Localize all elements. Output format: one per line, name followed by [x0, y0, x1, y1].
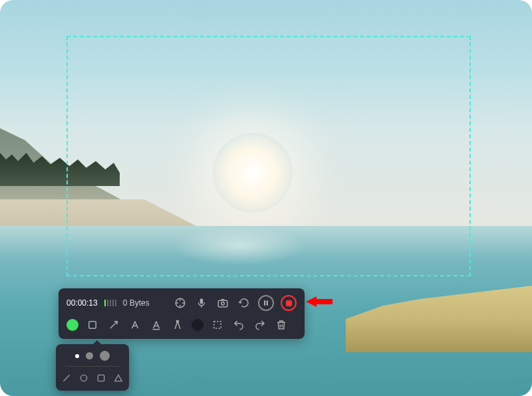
callout-arrow-icon	[306, 296, 332, 307]
highlighter-tool-button[interactable]	[149, 318, 164, 332]
shape-square-button[interactable]	[96, 372, 106, 384]
shape-line-button[interactable]	[61, 372, 72, 384]
svg-rect-10	[98, 375, 104, 381]
svg-rect-1	[200, 298, 203, 304]
delete-button[interactable]	[274, 318, 289, 332]
stroke-options-popup	[56, 344, 129, 391]
stroke-size-small[interactable]	[75, 354, 79, 358]
undo-button[interactable]	[231, 318, 246, 332]
svg-point-9	[80, 375, 86, 381]
svg-rect-8	[214, 322, 221, 329]
microphone-button[interactable]	[194, 296, 209, 310]
cursor-highlight-button[interactable]	[173, 296, 188, 310]
redo-button[interactable]	[253, 318, 267, 332]
file-size-display: 0 Bytes	[123, 298, 150, 308]
svg-rect-5	[267, 300, 268, 306]
capture-selection[interactable]	[66, 36, 471, 276]
svg-rect-6	[89, 322, 96, 329]
dark-color-button[interactable]	[192, 319, 203, 331]
stroke-size-medium[interactable]	[86, 352, 93, 359]
pause-button[interactable]	[258, 295, 274, 311]
camera-button[interactable]	[215, 296, 230, 310]
stop-button[interactable]	[281, 295, 297, 311]
shape-triangle-button[interactable]	[113, 372, 124, 384]
refresh-button[interactable]	[237, 296, 251, 310]
stroke-size-large[interactable]	[100, 351, 110, 361]
recorder-toolbar: 00:00:13 0 Bytes	[59, 288, 305, 339]
rectangle-tool-button[interactable]	[85, 318, 100, 332]
shape-circle-button[interactable]	[78, 372, 89, 384]
timer-display: 00:00:13	[66, 298, 98, 308]
color-picker-button[interactable]	[66, 319, 78, 331]
arrow-tool-button[interactable]	[106, 318, 121, 332]
svg-rect-2	[218, 300, 227, 307]
audio-level-meter	[104, 300, 116, 306]
svg-point-3	[221, 302, 225, 306]
text-tool-button[interactable]	[128, 318, 142, 332]
compass-tool-button[interactable]	[170, 318, 185, 332]
marquee-tool-button[interactable]	[210, 318, 225, 332]
svg-rect-4	[264, 300, 265, 306]
